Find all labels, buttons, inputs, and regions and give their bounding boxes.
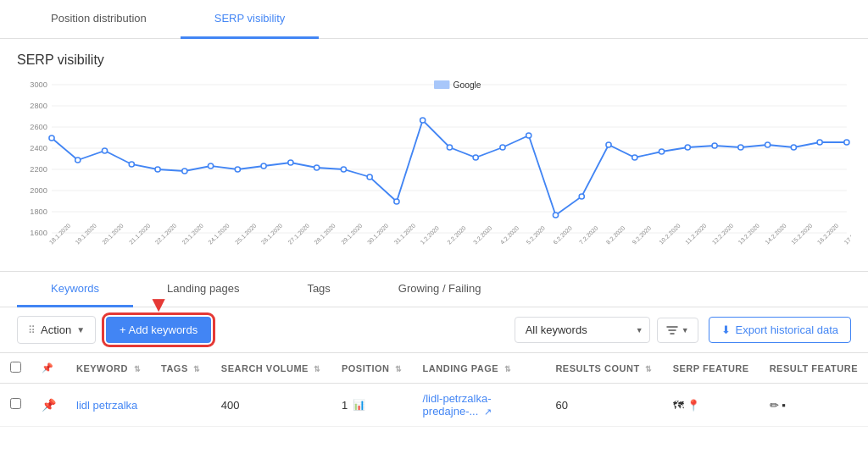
svg-text:11.2.2020: 11.2.2020 xyxy=(684,223,708,246)
serp-chart: 3000 2800 2600 2400 2200 2000 1800 1600 … xyxy=(17,76,851,246)
row-serp-feature-cell: 🗺 📍 xyxy=(663,384,760,427)
row-tags-cell xyxy=(151,384,211,427)
svg-text:16.2.2020: 16.2.2020 xyxy=(816,223,840,246)
row-landing-page-cell[interactable]: /lidl-petrzalka-predajne-... ↗ xyxy=(413,384,546,427)
header-checkbox-cell xyxy=(0,353,31,384)
svg-point-21 xyxy=(129,162,134,167)
svg-point-41 xyxy=(659,149,664,154)
action-button[interactable]: ⠿ Action ▼ xyxy=(17,316,96,344)
add-keywords-button[interactable]: + Add keywords xyxy=(106,317,211,343)
row-checkbox-cell xyxy=(0,384,31,427)
svg-text:4.2.2020: 4.2.2020 xyxy=(499,225,520,246)
header-landing-page[interactable]: LANDING PAGE ⇅ xyxy=(413,353,546,384)
header-keyword[interactable]: KEYWORD ⇅ xyxy=(66,353,151,384)
tags-sort-icon: ⇅ xyxy=(193,365,201,373)
svg-point-38 xyxy=(579,194,584,199)
filter-group: All keywords ▼ xyxy=(515,317,698,343)
svg-point-19 xyxy=(75,158,81,163)
svg-text:22.1.2020: 22.1.2020 xyxy=(154,223,178,246)
tab-serp-visibility[interactable]: SERP visibility xyxy=(181,0,320,39)
svg-point-26 xyxy=(261,163,266,169)
toolbar: ⠿ Action ▼ ▼ + Add keywords All keywords xyxy=(0,307,868,353)
svg-point-20 xyxy=(102,148,107,153)
header-results-count[interactable]: RESULTS COUNT ⇅ xyxy=(545,353,662,384)
svg-point-27 xyxy=(288,160,293,165)
filter-chevron-icon: ▼ xyxy=(682,326,689,335)
chart-wrapper: 3000 2800 2600 2400 2200 2000 1800 1600 … xyxy=(17,76,851,263)
svg-text:3000: 3000 xyxy=(30,80,47,89)
header-serp-feature: SERP FEATURE xyxy=(663,353,760,384)
svg-text:29.1.2020: 29.1.2020 xyxy=(340,223,364,246)
keyword-sort-icon: ⇅ xyxy=(134,365,142,373)
svg-point-43 xyxy=(712,143,717,148)
svg-text:1800: 1800 xyxy=(30,207,47,216)
svg-text:2000: 2000 xyxy=(30,186,47,195)
svg-text:7.2.2020: 7.2.2020 xyxy=(578,225,599,246)
svg-text:19.1.2020: 19.1.2020 xyxy=(74,223,97,246)
keywords-table: 📌 KEYWORD ⇅ TAGS ⇅ SEARCH VOLUME ⇅ xyxy=(0,353,868,427)
svg-text:2.2.2020: 2.2.2020 xyxy=(446,225,467,246)
row-pin-cell: 📌 xyxy=(31,384,66,427)
svg-text:6.2.2020: 6.2.2020 xyxy=(552,225,573,246)
svg-point-34 xyxy=(473,155,478,160)
svg-point-37 xyxy=(553,213,558,218)
select-all-checkbox[interactable] xyxy=(10,362,21,373)
header-search-volume[interactable]: SEARCH VOLUME ⇅ xyxy=(211,353,331,384)
chart-title: SERP visibility xyxy=(17,53,851,68)
svg-text:1.2.2020: 1.2.2020 xyxy=(419,225,440,246)
svg-point-23 xyxy=(182,169,187,174)
svg-text:9.2.2020: 9.2.2020 xyxy=(631,225,652,246)
svg-point-45 xyxy=(765,142,771,147)
edit-icon: ✏ xyxy=(770,399,779,412)
header-result-feature: RESULT FEATURE xyxy=(760,353,868,384)
top-tab-bar: Position distribution SERP visibility xyxy=(0,0,868,39)
row-keyword-cell[interactable]: lidl petrzalka xyxy=(66,384,151,427)
svg-text:27.1.2020: 27.1.2020 xyxy=(287,223,311,246)
filter-icon xyxy=(666,324,678,336)
svg-text:2800: 2800 xyxy=(30,102,47,110)
sub-tab-growing-failing[interactable]: Growing / Failing xyxy=(364,272,515,307)
table-header-row: 📌 KEYWORD ⇅ TAGS ⇅ SEARCH VOLUME ⇅ xyxy=(0,353,868,384)
sub-tab-tags[interactable]: Tags xyxy=(273,272,364,307)
svg-text:2600: 2600 xyxy=(30,123,47,131)
sub-tab-keywords[interactable]: Keywords xyxy=(17,272,133,307)
all-keywords-select-wrapper: All keywords xyxy=(515,317,650,343)
svg-point-48 xyxy=(844,140,849,145)
tab-position-distribution[interactable]: Position distribution xyxy=(17,0,181,39)
svg-text:3.2.2020: 3.2.2020 xyxy=(472,225,493,246)
svg-text:23.1.2020: 23.1.2020 xyxy=(181,223,205,246)
external-link-icon: ↗ xyxy=(484,406,492,417)
map-icon: 🗺 xyxy=(673,399,684,412)
position-chart-icon[interactable]: 📊 xyxy=(353,399,365,411)
svg-text:18.1.2020: 18.1.2020 xyxy=(48,223,72,246)
bottom-panel: Keywords Landing pages Tags Growing / Fa… xyxy=(0,271,868,427)
export-button[interactable]: ⬇ Export historical data xyxy=(709,317,851,343)
chart-section: SERP visibility 3000 2800 2600 2400 2200… xyxy=(0,39,868,271)
svg-point-30 xyxy=(367,174,372,180)
filter-button[interactable]: ▼ xyxy=(657,318,698,343)
header-position[interactable]: POSITION ⇅ xyxy=(331,353,413,384)
svg-text:10.2.2020: 10.2.2020 xyxy=(658,223,682,246)
export-label: Export historical data xyxy=(736,324,838,336)
pin-header-icon: 📌 xyxy=(42,362,54,373)
landing-page-sort-icon: ⇅ xyxy=(504,365,512,373)
svg-point-18 xyxy=(49,135,54,141)
header-tags[interactable]: TAGS ⇅ xyxy=(151,353,211,384)
svg-rect-16 xyxy=(434,80,449,89)
download-icon: ⬇ xyxy=(721,324,731,336)
square-icon: ▪ xyxy=(782,399,786,412)
svg-point-28 xyxy=(314,165,320,170)
action-label: Action xyxy=(41,324,71,336)
svg-text:2400: 2400 xyxy=(30,144,47,152)
svg-text:24.1.2020: 24.1.2020 xyxy=(207,223,231,246)
location-pin-icon: 📍 xyxy=(687,399,700,412)
svg-text:21.1.2020: 21.1.2020 xyxy=(128,223,152,246)
row-result-feature-cell: ✏ ▪ xyxy=(760,384,868,427)
search-volume-sort-icon: ⇅ xyxy=(314,365,321,373)
row-checkbox[interactable] xyxy=(10,398,21,409)
svg-text:13.2.2020: 13.2.2020 xyxy=(737,223,761,246)
svg-text:8.2.2020: 8.2.2020 xyxy=(605,225,626,246)
all-keywords-select[interactable]: All keywords xyxy=(515,317,650,343)
svg-point-33 xyxy=(447,145,452,150)
row-pin-icon[interactable]: 📌 xyxy=(42,398,56,412)
